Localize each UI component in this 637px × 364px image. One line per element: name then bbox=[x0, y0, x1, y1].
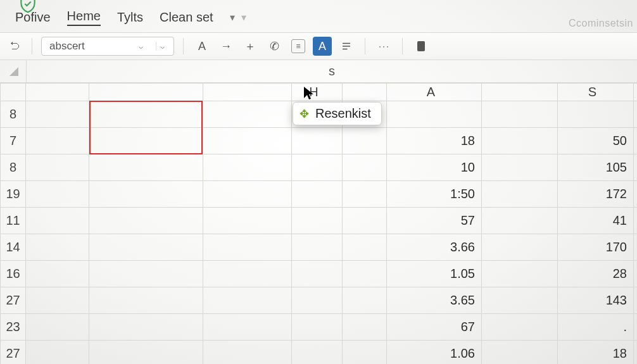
cell[interactable] bbox=[482, 208, 558, 234]
cell[interactable] bbox=[343, 261, 387, 287]
column-header[interactable] bbox=[203, 84, 292, 101]
cell[interactable] bbox=[89, 154, 203, 181]
cell[interactable]: 1:50 bbox=[387, 181, 482, 208]
cell[interactable] bbox=[89, 261, 203, 287]
cell[interactable] bbox=[292, 208, 343, 234]
menu-more-icon-2[interactable]: ▾ bbox=[241, 11, 246, 23]
cell[interactable] bbox=[26, 314, 89, 341]
column-header[interactable] bbox=[26, 84, 89, 101]
cell[interactable] bbox=[558, 101, 634, 128]
column-header[interactable]: S bbox=[634, 84, 638, 101]
row-header[interactable]: 27 bbox=[1, 341, 26, 365]
cell[interactable] bbox=[634, 101, 638, 128]
table-row[interactable]: 161.05283: bbox=[1, 261, 638, 287]
cell[interactable]: 50 bbox=[558, 128, 634, 154]
cell[interactable]: 2: bbox=[634, 314, 638, 341]
cell[interactable] bbox=[292, 154, 343, 181]
cell[interactable]: 1.05 bbox=[387, 261, 482, 287]
cell[interactable]: 5: bbox=[634, 287, 638, 314]
row-header[interactable]: 8 bbox=[1, 101, 26, 128]
cell[interactable] bbox=[343, 208, 387, 234]
cell[interactable]: 3.66 bbox=[387, 234, 482, 261]
chevron-down-icon[interactable]: ⌵ bbox=[135, 42, 147, 51]
cell[interactable] bbox=[26, 341, 89, 365]
cell[interactable] bbox=[482, 341, 558, 365]
spreadsheet[interactable]: H A S S 8718502281010510191:501722511574… bbox=[0, 83, 637, 364]
row-header[interactable]: 23 bbox=[1, 314, 26, 341]
row-header[interactable]: 16 bbox=[1, 261, 26, 287]
column-header[interactable]: H bbox=[292, 84, 343, 101]
cell[interactable] bbox=[292, 128, 343, 154]
cell[interactable] bbox=[292, 234, 343, 261]
column-header[interactable]: A bbox=[387, 84, 482, 101]
cell[interactable] bbox=[292, 341, 343, 365]
cell[interactable] bbox=[292, 314, 343, 341]
cell[interactable] bbox=[482, 181, 558, 208]
cell[interactable]: 3.65 bbox=[387, 287, 482, 314]
phone-icon[interactable]: ✆ bbox=[265, 37, 284, 56]
arrow-right-icon[interactable]: → bbox=[217, 37, 236, 56]
cell[interactable]: . bbox=[558, 314, 634, 341]
context-tooltip[interactable]: ✥ Resenkist bbox=[293, 102, 382, 125]
table-row[interactable]: 191:5017225 bbox=[1, 181, 638, 208]
cell[interactable]: 57 bbox=[387, 208, 482, 234]
cell[interactable] bbox=[89, 287, 203, 314]
cell[interactable]: 18 bbox=[558, 341, 634, 365]
table-row[interactable]: 11574106 bbox=[1, 208, 638, 234]
cell[interactable] bbox=[26, 208, 89, 234]
column-header-row[interactable]: H A S S bbox=[1, 84, 638, 101]
cell[interactable] bbox=[343, 341, 387, 365]
cell[interactable]: 3. bbox=[634, 234, 638, 261]
cell[interactable]: 06 bbox=[634, 208, 638, 234]
column-header[interactable] bbox=[343, 84, 387, 101]
cell[interactable] bbox=[203, 208, 292, 234]
corner-cell[interactable] bbox=[1, 84, 26, 101]
cell[interactable] bbox=[482, 261, 558, 287]
table-row[interactable]: 271.06182: bbox=[1, 341, 638, 365]
cell[interactable] bbox=[292, 287, 343, 314]
cell[interactable]: 67 bbox=[387, 314, 482, 341]
cell[interactable] bbox=[343, 128, 387, 154]
more-icon[interactable]: ⋯ bbox=[374, 37, 393, 56]
cell[interactable]: 22 bbox=[634, 128, 638, 154]
undo-icon[interactable]: ⮌ bbox=[6, 38, 23, 54]
cell[interactable] bbox=[26, 261, 89, 287]
cell[interactable] bbox=[343, 234, 387, 261]
cell[interactable]: 2: bbox=[634, 341, 638, 365]
cell[interactable] bbox=[482, 287, 558, 314]
select-all-triangle-icon[interactable] bbox=[1, 60, 27, 83]
cell[interactable] bbox=[26, 101, 89, 128]
cell[interactable] bbox=[203, 181, 292, 208]
cell[interactable] bbox=[203, 154, 292, 181]
cell[interactable]: 170 bbox=[558, 234, 634, 261]
cell[interactable] bbox=[292, 261, 343, 287]
cell[interactable] bbox=[203, 101, 292, 128]
cell[interactable]: 28 bbox=[558, 261, 634, 287]
doc-icon[interactable]: ≡ bbox=[289, 37, 308, 56]
menu-more-icon[interactable]: ▾ bbox=[230, 11, 235, 23]
cell[interactable]: 105 bbox=[558, 154, 634, 181]
cell[interactable] bbox=[89, 314, 203, 341]
cell[interactable] bbox=[89, 341, 203, 365]
font-a-icon[interactable]: A bbox=[192, 37, 211, 56]
table-row[interactable]: 81010510 bbox=[1, 154, 638, 181]
row-header[interactable]: 14 bbox=[1, 234, 26, 261]
menu-item-clean-set[interactable]: Clean set bbox=[160, 10, 213, 25]
cell[interactable]: 3: bbox=[634, 261, 638, 287]
cell[interactable] bbox=[203, 234, 292, 261]
cell[interactable] bbox=[482, 128, 558, 154]
cell[interactable] bbox=[89, 101, 203, 128]
table-row[interactable]: 2367.2: bbox=[1, 314, 638, 341]
cell[interactable] bbox=[89, 128, 203, 154]
table-row[interactable]: 273.651435: bbox=[1, 287, 638, 314]
table-row[interactable]: 143.661703. bbox=[1, 234, 638, 261]
column-header[interactable]: S bbox=[558, 84, 634, 101]
cell[interactable]: 10 bbox=[387, 154, 482, 181]
align-icon[interactable] bbox=[337, 37, 356, 56]
cell[interactable] bbox=[26, 234, 89, 261]
cell[interactable] bbox=[482, 154, 558, 181]
cell[interactable]: 172 bbox=[558, 181, 634, 208]
font-selector[interactable]: abscert ⌵ ⌵ bbox=[41, 37, 174, 56]
cell[interactable] bbox=[203, 287, 292, 314]
row-header[interactable]: 11 bbox=[1, 208, 26, 234]
